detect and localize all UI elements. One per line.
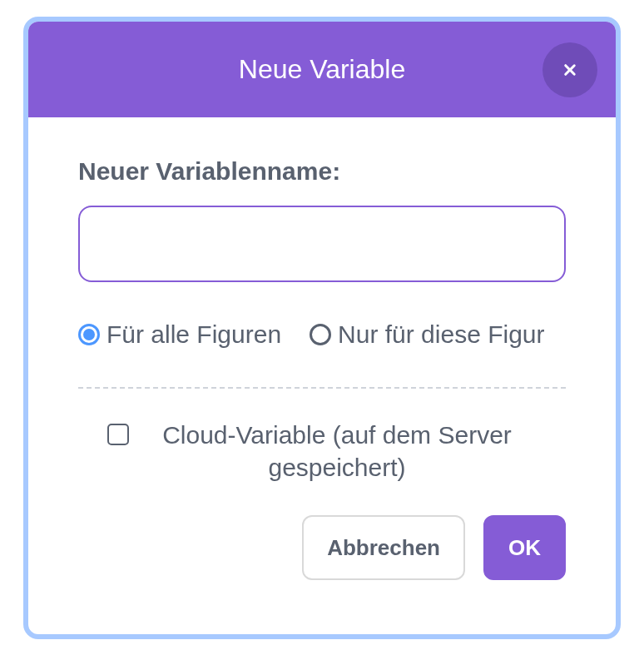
radio-label: Nur für diese Figur: [338, 320, 544, 349]
variable-name-input[interactable]: [78, 206, 566, 282]
scope-radio-group: Für alle Figuren Nur für diese Figur: [78, 320, 566, 349]
radio-label: Für alle Figuren: [107, 320, 281, 349]
new-variable-dialog: Neue Variable Neuer Variablenname: Für a…: [23, 17, 621, 639]
close-icon: [560, 60, 580, 80]
divider: [78, 387, 566, 389]
dialog-header: Neue Variable: [28, 22, 616, 117]
cloud-variable-checkbox[interactable]: [107, 424, 129, 445]
variable-name-label: Neuer Variablenname:: [78, 157, 566, 186]
cloud-variable-row: Cloud-Variable (auf dem Server gespeiche…: [78, 419, 566, 484]
dialog-title: Neue Variable: [239, 54, 405, 85]
radio-icon: [78, 324, 100, 345]
cancel-button[interactable]: Abbrechen: [302, 515, 465, 580]
radio-this-sprite[interactable]: Nur für diese Figur: [310, 320, 544, 349]
dialog-buttons: Abbrechen OK: [78, 515, 566, 580]
radio-icon: [310, 324, 331, 345]
ok-button[interactable]: OK: [483, 515, 566, 580]
cloud-variable-label: Cloud-Variable (auf dem Server gespeiche…: [137, 419, 537, 484]
dialog-body: Neuer Variablenname: Für alle Figuren Nu…: [28, 117, 616, 605]
close-button[interactable]: [542, 42, 597, 97]
radio-all-sprites[interactable]: Für alle Figuren: [78, 320, 281, 349]
